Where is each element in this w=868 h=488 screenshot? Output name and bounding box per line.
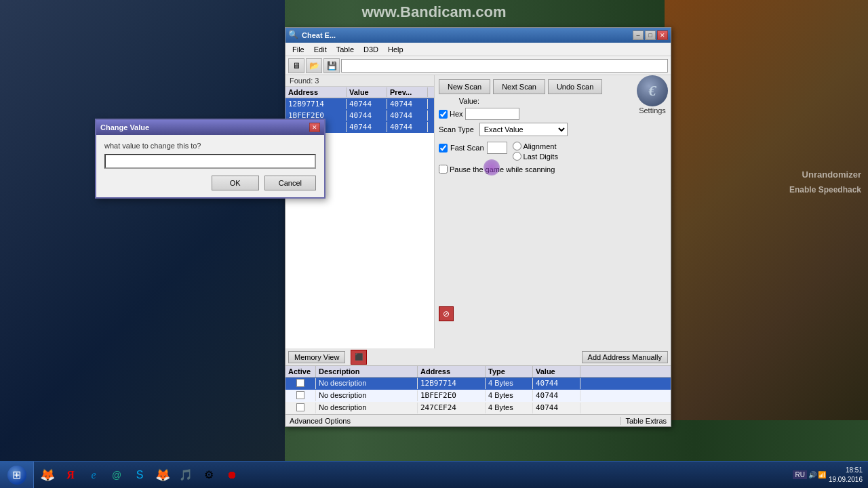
dialog-title: Change Value (100, 123, 309, 131)
taskbar-icon-mail[interactable]: @ (106, 464, 127, 486)
taskbar: ⊞ 🦊 Я e @ S 🦊 🎵 ⚙ ⏺ RU 🔊 📶 18:51 19.09.2… (0, 461, 868, 488)
dialog-question: what value to change this to? (104, 142, 316, 150)
dialog-overlay: Change Value ✕ what value to change this… (0, 0, 868, 488)
dialog-ok-button[interactable]: OK (212, 176, 259, 190)
taskbar-icon-settings[interactable]: ⚙ (198, 464, 220, 486)
taskbar-icon-internet[interactable]: e (83, 464, 104, 486)
change-value-dialog: Change Value ✕ what value to change this… (95, 119, 326, 199)
clock-date: 19.09.2016 (829, 475, 863, 485)
dialog-body: what value to change this to? OK Cancel (96, 135, 324, 197)
taskbar-icon-firefox[interactable]: 🦊 (152, 464, 174, 486)
taskbar-clock: 18:51 19.09.2016 (829, 466, 863, 485)
taskbar-icon-music[interactable]: 🎵 (175, 464, 197, 486)
dialog-close-button[interactable]: ✕ (309, 123, 320, 132)
locale-indicator: RU (793, 470, 806, 479)
dialog-buttons: OK Cancel (104, 176, 316, 190)
taskbar-right: RU 🔊 📶 18:51 19.09.2016 (787, 466, 868, 485)
taskbar-network-icon: 🔊 (808, 471, 816, 479)
taskbar-icon-yandex[interactable]: Я (60, 464, 81, 486)
dialog-cancel-button[interactable]: Cancel (264, 176, 316, 190)
clock-time: 18:51 (829, 466, 863, 475)
taskbar-icon-skype[interactable]: S (129, 464, 151, 486)
windows-orb: ⊞ (7, 466, 26, 485)
start-button[interactable]: ⊞ (0, 462, 34, 489)
taskbar-volume-icon: 📶 (818, 471, 826, 479)
dialog-titlebar: Change Value ✕ (96, 120, 324, 135)
taskbar-icon-record[interactable]: ⏺ (221, 464, 243, 486)
taskbar-icons: 🦊 Я e @ S 🦊 🎵 ⚙ ⏺ (34, 464, 787, 486)
taskbar-icon-browser[interactable]: 🦊 (37, 464, 58, 486)
taskbar-sys-icons: RU 🔊 📶 (793, 470, 825, 479)
dialog-value-input[interactable] (104, 154, 316, 169)
dialog-input-row (104, 154, 316, 169)
